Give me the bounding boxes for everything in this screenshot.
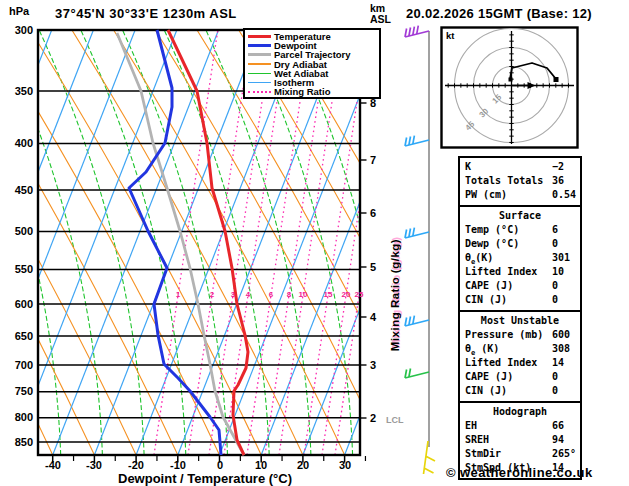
row-label: CIN (J) xyxy=(465,294,507,305)
table-row: EH66 xyxy=(460,419,580,433)
row-label: EH xyxy=(465,420,477,431)
row-value: 0 xyxy=(552,237,558,251)
table-row: PW (cm)0.54 xyxy=(460,188,580,202)
table-row: CIN (J)0 xyxy=(460,384,580,398)
table-row: Lifted Index14 xyxy=(460,356,580,370)
km-tick-label: 2 xyxy=(370,412,376,424)
legend-item: Mixing Ratio xyxy=(248,87,379,96)
row-value: 6 xyxy=(552,223,558,237)
km-tick-label: 7 xyxy=(370,154,376,166)
pressure-tick-label: 350 xyxy=(5,85,33,97)
row-value: 301 xyxy=(552,251,570,265)
section-title: Surface xyxy=(460,209,580,223)
temp-tick-label: -40 xyxy=(38,459,68,471)
legend: Temperature Dewpoint Parcel Trajectory D… xyxy=(243,28,381,99)
table-row: Lifted Index10 xyxy=(460,265,580,279)
temp-tick-label: -20 xyxy=(121,459,151,471)
mixing-ratio-tick: 3 xyxy=(225,290,241,299)
row-label: Temp (°C) xyxy=(465,224,519,235)
pressure-axis-unit: hPa xyxy=(9,5,29,17)
row-label: θe (K) xyxy=(465,343,499,354)
row-value: 308 xyxy=(552,342,570,356)
table-row: K−2 xyxy=(460,160,580,174)
mixing-ratio-axis-label: Mixing Ratio (g/kg) xyxy=(389,165,401,425)
pressure-tick-label: 600 xyxy=(5,298,33,310)
row-label: CIN (J) xyxy=(465,385,507,396)
wet-adiabat-line-swatch xyxy=(248,73,271,75)
pressure-tick-label: 750 xyxy=(5,385,33,397)
parcel-line-swatch xyxy=(248,53,271,56)
row-value: −2 xyxy=(552,160,564,174)
row-value: 600 xyxy=(552,328,570,342)
stability-indices-section: K−2 Totals Totals36 PW (cm)0.54 xyxy=(458,156,582,207)
pressure-tick-label: 850 xyxy=(5,436,33,448)
dry-adiabat-line-swatch xyxy=(248,63,271,65)
table-row: θe(K)301 xyxy=(460,251,580,265)
pressure-tick-label: 400 xyxy=(5,137,33,149)
km-tick-label: 5 xyxy=(370,261,376,273)
row-label: CAPE (J) xyxy=(465,371,513,382)
km-tick-label: 6 xyxy=(370,207,376,219)
table-row: CAPE (J)0 xyxy=(460,279,580,293)
pressure-tick-label: 450 xyxy=(5,184,33,196)
row-label: Dewp (°C) xyxy=(465,238,519,249)
row-label: θe(K) xyxy=(465,252,493,263)
row-label: Pressure (mb) xyxy=(465,329,543,340)
table-row: Totals Totals36 xyxy=(460,174,580,188)
surface-section: Surface Temp (°C)6 Dewp (°C)0 θe(K)301 L… xyxy=(458,205,582,312)
dewpoint-line-swatch xyxy=(248,44,271,47)
row-label: Totals Totals xyxy=(465,175,543,186)
row-value: 14 xyxy=(552,356,564,370)
pressure-tick-label: 500 xyxy=(5,225,33,237)
mixing-ratio-tick: 25 xyxy=(351,290,367,299)
row-label: StmDir xyxy=(465,448,501,459)
pressure-tick-label: 550 xyxy=(5,263,33,275)
row-value: 265° xyxy=(552,447,576,461)
table-row: SREH94 xyxy=(460,433,580,447)
run-datetime: 20.02.2026 15GMT (Base: 12) xyxy=(406,6,592,21)
temp-tick-label: -10 xyxy=(163,459,193,471)
x-axis-title: Dewpoint / Temperature (°C) xyxy=(85,471,325,486)
km-tick-label: 3 xyxy=(370,359,376,371)
temp-tick-label: 10 xyxy=(246,459,276,471)
table-row: Temp (°C)6 xyxy=(460,223,580,237)
row-value: 0 xyxy=(552,384,558,398)
temperature-line-swatch xyxy=(248,35,271,38)
row-label: Lifted Index xyxy=(465,357,537,368)
table-row: θe (K)308 xyxy=(460,342,580,356)
pressure-tick-label: 650 xyxy=(5,330,33,342)
row-label: Lifted Index xyxy=(465,266,537,277)
temp-tick-label: 20 xyxy=(288,459,318,471)
row-value: 0 xyxy=(552,279,558,293)
pressure-tick-label: 300 xyxy=(5,24,33,36)
section-title: Hodograph xyxy=(460,405,580,419)
row-value: 0.54 xyxy=(552,188,576,202)
pressure-tick-label: 700 xyxy=(5,359,33,371)
row-label: PW (cm) xyxy=(465,189,507,200)
legend-label: Mixing Ratio xyxy=(274,87,330,96)
height-axis-unit: km ASL xyxy=(370,3,391,25)
pressure-tick-label: 800 xyxy=(5,411,33,423)
row-label: SREH xyxy=(465,434,489,445)
temp-tick-label: -30 xyxy=(79,459,109,471)
row-value: 94 xyxy=(552,433,564,447)
mixing-ratio-tick: 1 xyxy=(170,290,186,299)
row-value: 36 xyxy=(552,174,564,188)
row-label: K xyxy=(465,161,471,172)
skewt-sounding-app: 37°45'N 30°33'E 1230m ASL 20.02.2026 15G… xyxy=(0,0,629,486)
mixing-ratio-tick: 10 xyxy=(295,290,311,299)
km-tick-label: 4 xyxy=(370,311,376,323)
section-title: Most Unstable xyxy=(460,314,580,328)
wind-barb-column xyxy=(405,26,435,474)
table-row: Pressure (mb)600 xyxy=(460,328,580,342)
isotherm-line-swatch xyxy=(248,82,271,84)
row-label: CAPE (J) xyxy=(465,280,513,291)
indices-table: K−2 Totals Totals36 PW (cm)0.54 Surface … xyxy=(458,156,582,480)
most-unstable-section: Most Unstable Pressure (mb)600 θe (K)308… xyxy=(458,310,582,403)
row-value: 0 xyxy=(552,293,558,307)
station-title: 37°45'N 30°33'E 1230m ASL xyxy=(55,6,237,21)
table-row: StmDir265° xyxy=(460,447,580,461)
temp-tick-label: 0 xyxy=(205,459,235,471)
height-unit-asl: ASL xyxy=(370,14,391,25)
mixing-ratio-tick: 4 xyxy=(240,290,256,299)
